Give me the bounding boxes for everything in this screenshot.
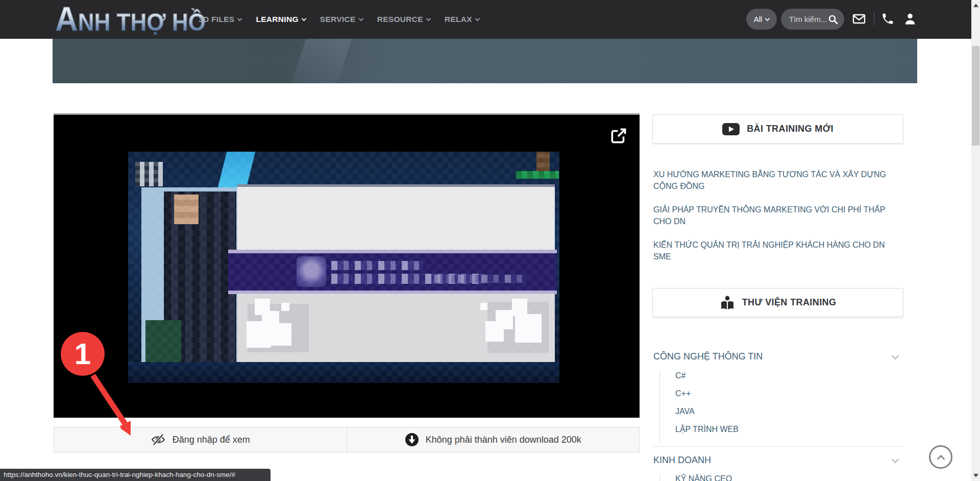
- category-item-csharp[interactable]: C#: [660, 371, 894, 389]
- video-thumbnail[interactable]: [128, 152, 559, 383]
- category-item-lap-trinh-web[interactable]: LẬP TRÌNH WEB: [660, 424, 894, 442]
- banner-highlight: [286, 39, 355, 83]
- category-kinh-doanh[interactable]: KINH DOANH: [653, 455, 893, 466]
- eye-slash-icon: [151, 433, 166, 446]
- search-scope-dropdown[interactable]: All: [746, 9, 777, 30]
- training-link[interactable]: KIẾN THỨC QUẢN TRỊ TRẢI NGHIỆP KHÁCH HÀN…: [653, 239, 902, 262]
- thumbnail-light-streak: [200, 152, 256, 258]
- category-items-cntt: C# C++ JAVA LẬP TRÌNH WEB: [659, 371, 894, 442]
- book-reader-icon: [720, 295, 735, 310]
- circle-download-icon: [405, 432, 419, 447]
- chevron-down-icon: [237, 16, 242, 21]
- category-cong-nghe-thong-tin[interactable]: CÔNG NGHỆ THÔNG TIN: [653, 351, 893, 362]
- chevron-down-icon: [475, 16, 480, 21]
- mail-icon[interactable]: [852, 12, 866, 26]
- hero-banner-image: [53, 39, 917, 83]
- search-icon[interactable]: [828, 14, 838, 25]
- training-library-label: THƯ VIỆN TRAINING: [742, 297, 837, 308]
- user-icon[interactable]: [903, 12, 917, 26]
- training-link[interactable]: XU HƯỚNG MARKETING BẰNG TƯƠNG TÁC VÀ XÂY…: [653, 169, 902, 192]
- thumbnail-channel-logo: [135, 162, 163, 186]
- external-link-icon[interactable]: [609, 126, 628, 146]
- category-item-java[interactable]: JAVA: [660, 406, 894, 424]
- site-logo[interactable]: ANH THỢ HỒ: [55, 3, 206, 37]
- main-nav: 3D FILES LEARNING SERVICE RESOURCE RELAX: [199, 0, 479, 39]
- chevron-down-icon: [358, 16, 363, 21]
- header-divider: [874, 12, 874, 26]
- download-200k-button[interactable]: Không phải thành viên download 200k: [347, 427, 640, 452]
- new-training-button[interactable]: BÀI TRAINING MỚI: [652, 114, 903, 143]
- link-preview-statusbar: https://anhthoho.vn/kien-thuc-quan-tri-t…: [0, 469, 271, 481]
- phone-icon[interactable]: [881, 12, 894, 26]
- nav-item-relax[interactable]: RELAX: [445, 15, 479, 24]
- scrollbar-thumb[interactable]: [972, 46, 979, 146]
- chevron-up-icon: [937, 455, 945, 463]
- thumbnail-emblem: [297, 256, 326, 287]
- thumbnail-green-banner: [516, 171, 559, 179]
- category-items-kinh-doanh: KỸ NĂNG CEO: [659, 474, 894, 481]
- thumbnail-title-strip: [228, 253, 557, 291]
- thumbnail-presenter: [164, 191, 236, 362]
- search-input[interactable]: Tìm kiếm...: [781, 9, 844, 30]
- category-item-cpp[interactable]: C++: [660, 389, 894, 406]
- nav-item-3d-files[interactable]: 3D FILES: [199, 15, 241, 24]
- training-library-button[interactable]: THƯ VIỆN TRAINING: [652, 288, 903, 317]
- thumbnail-logo-wall: [237, 294, 555, 362]
- video-player[interactable]: [54, 113, 640, 418]
- video-actions: Đăng nhập để xem Không phải thành viên d…: [54, 427, 640, 452]
- training-links: XU HƯỚNG MARKETING BẰNG TƯƠNG TÁC VÀ XÂY…: [653, 169, 902, 274]
- nav-item-service[interactable]: SERVICE: [320, 15, 363, 24]
- thumbnail-speaker-head: [536, 152, 550, 172]
- site-header: ANH THỢ HỒ 3D FILES LEARNING SERVICE RES…: [0, 0, 980, 39]
- sidebar-divider: [652, 446, 903, 447]
- site-logo-text: ANH THỢ HỒ: [55, 2, 206, 40]
- chevron-down-icon: [426, 16, 431, 21]
- page-scrollbar[interactable]: [971, 0, 980, 481]
- youtube-icon: [722, 123, 740, 135]
- category-item-ky-nang-ceo[interactable]: KỸ NĂNG CEO: [660, 474, 894, 481]
- nav-item-resource[interactable]: RESOURCE: [377, 15, 430, 24]
- scroll-to-top-button[interactable]: [929, 445, 952, 469]
- search-placeholder: Tìm kiếm...: [789, 15, 827, 23]
- login-to-view-button[interactable]: Đăng nhập để xem: [54, 427, 347, 452]
- login-to-view-label: Đăng nhập để xem: [173, 435, 250, 445]
- download-200k-label: Không phải thành viên download 200k: [426, 435, 581, 445]
- scrollbar-down-arrow[interactable]: [973, 474, 978, 477]
- new-training-label: BÀI TRAINING MỚI: [747, 124, 834, 134]
- training-link[interactable]: GIẢI PHÁP TRUYỀN THÔNG MARKETING VỚI CHI…: [653, 204, 902, 227]
- chevron-down-icon: [301, 16, 306, 21]
- nav-item-learning[interactable]: LEARNING: [256, 15, 305, 24]
- chevron-down-icon: [765, 16, 770, 21]
- thumbnail-slide-panel: [237, 184, 555, 252]
- scrollbar-up-arrow[interactable]: [973, 4, 978, 7]
